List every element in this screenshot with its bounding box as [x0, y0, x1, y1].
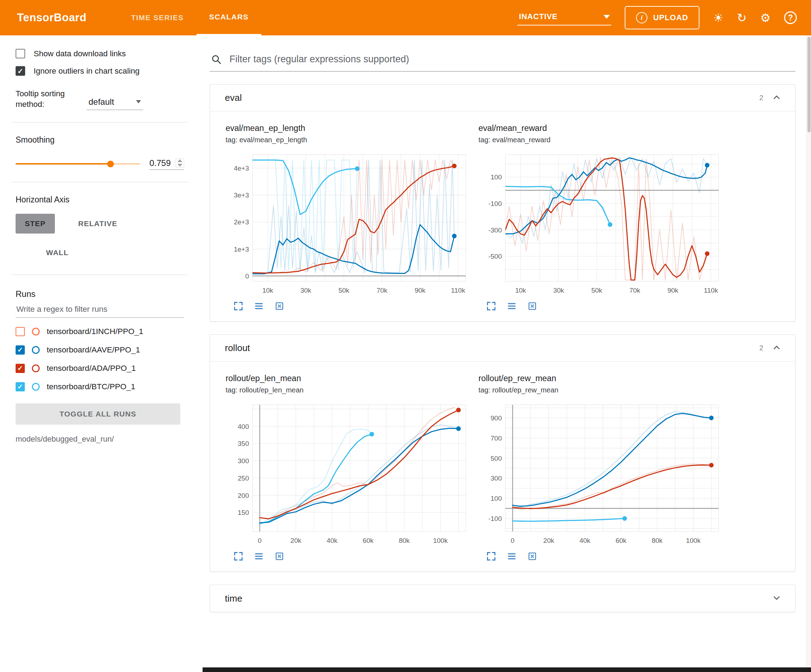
upload-label: UPLOAD	[653, 13, 688, 22]
svg-text:110k: 110k	[451, 287, 465, 294]
chevron-down-icon	[136, 100, 141, 103]
slider-knob[interactable]	[107, 161, 114, 168]
vertical-scrollbar[interactable]	[806, 36, 811, 672]
run-directory-path: models/debugged_eval_run/	[15, 435, 184, 444]
spinner-up-icon[interactable]	[177, 159, 182, 162]
line-chart[interactable]: 020k40k60k80k100k150200250300350400	[226, 401, 471, 550]
run-checkbox[interactable]: ✓	[15, 382, 25, 391]
rollout-charts-row: rollout/ep_len_mean tag: rollout/ep_len_…	[210, 362, 795, 572]
svg-text:150: 150	[238, 509, 249, 516]
expand-section-button[interactable]	[770, 592, 783, 606]
horizontal-axis-label: Horizontal Axis	[15, 195, 184, 205]
smoothing-slider[interactable]	[15, 160, 140, 168]
settings-sidebar: Show data download links ✓ Ignore outlie…	[0, 36, 199, 672]
runs-filter-input[interactable]	[15, 299, 184, 318]
upload-button[interactable]: i UPLOAD	[625, 6, 699, 29]
fit-domain-icon[interactable]	[527, 301, 537, 312]
svg-text:-300: -300	[489, 227, 502, 234]
svg-text:20k: 20k	[290, 537, 301, 544]
run-row-ada[interactable]: ✓ tensorboard/ADA/PPO_1	[15, 364, 184, 373]
help-icon[interactable]: ?	[784, 11, 797, 24]
section-eval-header[interactable]: eval 2	[210, 85, 795, 112]
svg-text:30k: 30k	[300, 287, 311, 294]
data-table-icon[interactable]	[507, 301, 517, 312]
expand-chart-icon[interactable]	[486, 551, 496, 562]
settings-gear-icon[interactable]: ⚙	[760, 12, 770, 24]
line-chart[interactable]: 020k40k60k80k100k-100100300500700900	[478, 401, 723, 550]
expand-chart-icon[interactable]	[233, 301, 243, 312]
smoothing-label: Smoothing	[15, 135, 184, 145]
spinner-stepper[interactable]	[176, 158, 184, 168]
svg-text:60k: 60k	[363, 537, 373, 544]
expand-chart-icon[interactable]	[486, 301, 496, 312]
refresh-icon[interactable]: ↻	[737, 12, 747, 24]
line-chart[interactable]: 10k30k50k70k90k110k01e+32e+33e+34e+3	[226, 151, 471, 300]
svg-text:300: 300	[238, 457, 249, 465]
svg-text:90k: 90k	[415, 287, 426, 294]
sidebar-divider	[11, 274, 188, 275]
line-chart[interactable]: 10k30k50k70k90k110k100-100-300-500	[478, 151, 723, 300]
smoothing-value-input[interactable]	[149, 158, 176, 168]
run-checkbox[interactable]	[15, 327, 25, 336]
data-table-icon[interactable]	[507, 551, 517, 562]
status-dropdown-value: INACTIVE	[519, 12, 557, 21]
fit-domain-icon[interactable]	[275, 301, 284, 312]
run-label: tensorboard/1INCH/PPO_1	[47, 327, 143, 336]
info-icon: i	[636, 12, 647, 24]
scrollbar-thumb[interactable]	[808, 37, 811, 132]
run-checkbox[interactable]: ✓	[15, 345, 25, 355]
collapse-section-button[interactable]	[770, 91, 783, 105]
run-checkbox[interactable]: ✓	[15, 364, 25, 373]
chart-toolbar	[226, 551, 471, 562]
axis-step-button[interactable]: STEP	[15, 214, 55, 234]
tag-filter-input[interactable]	[229, 54, 794, 65]
chart-card-mean-reward: eval/mean_reward tag: eval/mean_reward 1…	[478, 124, 723, 312]
status-dropdown[interactable]: INACTIVE	[517, 10, 611, 25]
svg-text:400: 400	[238, 423, 249, 430]
run-color-circle	[32, 364, 40, 372]
svg-text:10k: 10k	[515, 287, 526, 294]
svg-text:50k: 50k	[339, 287, 350, 294]
eval-charts-row: eval/mean_ep_length tag: eval/mean_ep_le…	[210, 112, 795, 321]
header-tabs: TIME SERIES SCALARS	[118, 0, 261, 36]
brightness-icon[interactable]: ☀	[713, 12, 723, 24]
svg-text:20k: 20k	[543, 537, 554, 544]
tab-scalars[interactable]: SCALARS	[197, 0, 261, 36]
svg-text:-500: -500	[489, 253, 502, 260]
smoothing-value-box	[149, 158, 184, 170]
data-table-icon[interactable]	[254, 301, 264, 312]
slider-fill	[15, 163, 110, 164]
svg-text:200: 200	[238, 492, 249, 499]
svg-text:1e+3: 1e+3	[234, 245, 249, 253]
tooltip-sorting-select[interactable]: default	[87, 96, 143, 110]
section-eval: eval 2 eval/mean_ep_length tag: eval/mea…	[210, 84, 796, 322]
chart-card-ep-rew-mean: rollout/ep_rew_mean tag: rollout/ep_rew_…	[478, 374, 723, 562]
svg-text:500: 500	[490, 455, 502, 462]
spinner-down-icon[interactable]	[177, 164, 182, 167]
chart-tag: tag: rollout/ep_rew_mean	[478, 386, 723, 394]
show-download-links-row[interactable]: Show data download links	[15, 49, 184, 58]
svg-text:700: 700	[490, 435, 502, 442]
collapse-section-button[interactable]	[770, 341, 783, 355]
section-time-header[interactable]: time	[210, 585, 795, 612]
run-row-aave[interactable]: ✓ tensorboard/AAVE/PPO_1	[15, 345, 184, 355]
data-table-icon[interactable]	[254, 551, 264, 562]
expand-chart-icon[interactable]	[233, 551, 243, 562]
toggle-all-runs-button[interactable]: TOGGLE ALL RUNS	[15, 403, 180, 425]
ignore-outliers-row[interactable]: ✓ Ignore outliers in chart scaling	[15, 66, 184, 76]
section-rollout-header[interactable]: rollout 2	[210, 335, 795, 362]
tab-time-series[interactable]: TIME SERIES	[118, 0, 196, 36]
chart-title: rollout/ep_len_mean	[226, 374, 471, 383]
header-actions: INACTIVE i UPLOAD ☀ ↻ ⚙ ?	[517, 0, 811, 36]
run-row-1inch[interactable]: tensorboard/1INCH/PPO_1	[15, 327, 184, 336]
fit-domain-icon[interactable]	[275, 551, 284, 562]
search-icon	[211, 54, 222, 65]
run-row-btc[interactable]: ✓ tensorboard/BTC/PPO_1	[15, 382, 184, 391]
show-download-checkbox[interactable]	[15, 49, 25, 58]
ignore-outliers-checkbox[interactable]: ✓	[15, 66, 25, 76]
svg-text:3e+3: 3e+3	[234, 191, 249, 199]
axis-wall-button[interactable]: WALL	[37, 243, 78, 262]
fit-domain-icon[interactable]	[527, 551, 537, 562]
axis-relative-button[interactable]: RELATIVE	[69, 214, 126, 234]
app-title: TensorBoard	[17, 11, 87, 24]
